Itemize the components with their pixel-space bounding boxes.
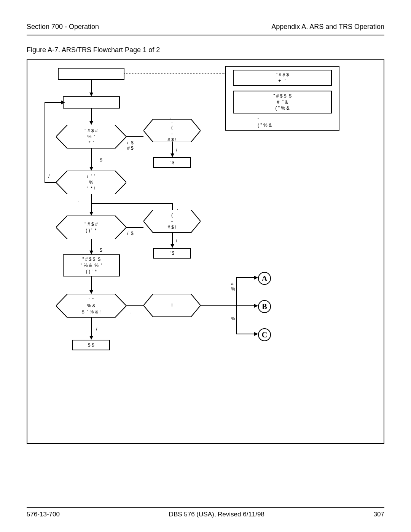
decision-3-right: ( - # $ ! — [143, 210, 201, 233]
header-right: Appendix A. ARS and TRS Operation — [271, 23, 384, 31]
decision-2: / ' ' % ' * ! — [56, 171, 126, 194]
dec4-dot: . — [129, 309, 131, 315]
dec3-no-label: / $ — [127, 231, 134, 236]
dec2-yes-label: / — [48, 174, 49, 179]
terminator-3: $ $ — [72, 340, 110, 350]
footer-center: DBS 576 (USA), Revised 6/11/98 — [169, 511, 264, 518]
connector-A-label: # % — [231, 281, 235, 292]
terminator-2: ' $ — [153, 248, 191, 259]
connector-B: B — [258, 300, 271, 313]
figure-caption: Figure A-7. ARS/TRS Flowchart Page 1 of … — [27, 46, 384, 54]
start-block — [58, 68, 124, 80]
dec1-no-label: / $ # $ — [127, 140, 134, 151]
connector-B-label: % — [231, 316, 235, 321]
legend-item-2: " # $ $ $ # " & ( " % & — [233, 91, 332, 113]
dec2-dot: . — [78, 198, 79, 203]
decision-4: ' " % & $ " % & ! — [56, 294, 126, 318]
terminator-1: ' $ — [153, 157, 191, 168]
connector-C: C — [258, 328, 271, 341]
dec3rt-yes-label: / — [176, 238, 177, 244]
decision-1-right: . ( - # $ ! — [143, 119, 201, 142]
step-1 — [63, 96, 120, 109]
legend-item-1: " # $ $ + " — [233, 70, 332, 86]
dec4-yes-label: / — [96, 327, 97, 332]
process-box: " # $ $ $ " % & % ' ( ) ' * — [63, 254, 120, 276]
dec1rt-yes-label: / — [176, 148, 177, 153]
decision-3: " # $ # ( ) ' * — [56, 216, 126, 239]
header-left: Section 700 - Operation — [27, 23, 99, 31]
flowchart-canvas: " # $ $ + " " # $ $ $ # " & ( " % & " ( … — [27, 59, 384, 444]
footer-right: 307 — [374, 511, 384, 518]
decision-1: " # $ # % ' * ' — [56, 125, 126, 149]
dec3-yes-label: $ — [100, 248, 102, 253]
connector-A: A — [258, 272, 271, 285]
dec1-yes-label: $ — [100, 157, 102, 163]
decision-4-right: ! — [143, 294, 201, 317]
legend-note: " ( " % & — [258, 117, 272, 128]
footer-left: 576-13-700 — [27, 511, 60, 518]
